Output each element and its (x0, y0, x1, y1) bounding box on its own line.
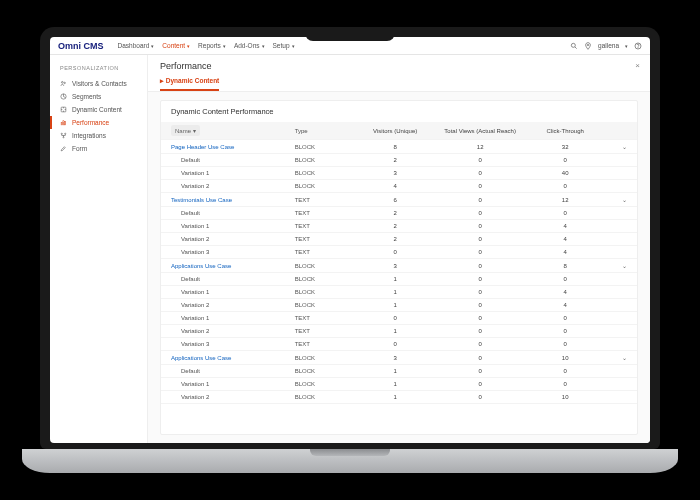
svg-point-6 (64, 82, 65, 83)
table-row: Variation 2TEXT204 (161, 233, 637, 246)
laptop-base (22, 449, 678, 473)
row-views: 0 (434, 210, 527, 216)
column-views[interactable]: Total Views (Actual Reach) (434, 128, 527, 134)
table-row: Variation 3TEXT000 (161, 338, 637, 351)
row-name[interactable]: Applications Use Case (171, 355, 295, 361)
row-views: 0 (434, 170, 527, 176)
column-name-sort[interactable]: Name ▾ (171, 125, 200, 136)
table-row: Variation 2TEXT100 (161, 325, 637, 338)
row-visitors: 6 (356, 197, 433, 203)
row-visitors: 3 (356, 263, 433, 269)
row-views: 0 (434, 394, 527, 400)
nav-item-setup[interactable]: Setup▾ (273, 42, 295, 49)
segments-icon (60, 93, 67, 100)
chevron-down-icon: ▾ (262, 43, 265, 49)
row-type: BLOCK (295, 355, 357, 361)
row-ct: 0 (527, 315, 604, 321)
svg-line-1 (575, 47, 577, 49)
row-type: TEXT (295, 223, 357, 229)
row-type: BLOCK (295, 368, 357, 374)
sidebar-item-visitors-contacts[interactable]: Visitors & Contacts (50, 77, 147, 90)
row-visitors: 0 (356, 315, 433, 321)
search-icon[interactable] (570, 42, 578, 50)
nav-item-reports[interactable]: Reports▾ (198, 42, 226, 49)
tab-dynamic-content[interactable]: ▸ Dynamic Content (160, 75, 219, 91)
row-type: BLOCK (295, 394, 357, 400)
row-name: Variation 2 (171, 183, 295, 189)
column-type[interactable]: Type (295, 128, 357, 134)
table-row: Variation 1BLOCK100 (161, 378, 637, 391)
row-name[interactable]: Testimonials Use Case (171, 197, 295, 203)
row-type: BLOCK (295, 381, 357, 387)
row-visitors: 4 (356, 183, 433, 189)
column-visitors[interactable]: Visitors (Unique) (356, 128, 433, 134)
table-row: Applications Use CaseBLOCK308⌄ (161, 259, 637, 273)
table-row: Testimonials Use CaseTEXT6012⌄ (161, 193, 637, 207)
expand-toggle[interactable]: ⌄ (604, 143, 627, 150)
sidebar-item-segments[interactable]: Segments (50, 90, 147, 103)
row-views: 0 (434, 355, 527, 361)
expand-toggle[interactable]: ⌄ (604, 196, 627, 203)
row-views: 0 (434, 315, 527, 321)
svg-point-2 (587, 44, 588, 45)
row-visitors: 2 (356, 223, 433, 229)
nav-item-add-ons[interactable]: Add-Ons▾ (234, 42, 265, 49)
row-name: Default (171, 276, 295, 282)
sidebar-item-performance[interactable]: Performance (50, 116, 147, 129)
row-type: BLOCK (295, 183, 357, 189)
user-label[interactable]: gallena (598, 42, 619, 49)
close-icon[interactable]: × (635, 61, 640, 70)
nav-item-dashboard[interactable]: Dashboard▾ (118, 42, 155, 49)
sidebar-item-dynamic-content[interactable]: Dynamic Content (50, 103, 147, 116)
sidebar-heading: PERSONALIZATION (50, 63, 147, 77)
expand-toggle[interactable]: ⌄ (604, 354, 627, 361)
location-icon[interactable] (584, 42, 592, 50)
help-icon[interactable] (634, 42, 642, 50)
row-ct: 10 (527, 394, 604, 400)
svg-point-12 (61, 133, 62, 134)
nav-item-content[interactable]: Content▾ (162, 42, 190, 49)
row-ct: 0 (527, 368, 604, 374)
row-visitors: 1 (356, 381, 433, 387)
row-ct: 12 (527, 197, 604, 203)
expand-toggle[interactable]: ⌄ (604, 262, 627, 269)
row-views: 0 (434, 236, 527, 242)
row-visitors: 2 (356, 157, 433, 163)
table-row: Variation 3TEXT004 (161, 246, 637, 259)
row-name: Variation 1 (171, 223, 295, 229)
row-type: BLOCK (295, 289, 357, 295)
performance-table: Name ▾ Type Visitors (Unique) Total View… (161, 122, 637, 434)
svg-rect-10 (63, 121, 64, 125)
row-visitors: 1 (356, 289, 433, 295)
row-type: BLOCK (295, 302, 357, 308)
row-ct: 4 (527, 289, 604, 295)
row-visitors: 3 (356, 170, 433, 176)
row-name[interactable]: Applications Use Case (171, 263, 295, 269)
table-row: Variation 2BLOCK400 (161, 180, 637, 193)
row-type: TEXT (295, 210, 357, 216)
table-row: Variation 1BLOCK104 (161, 286, 637, 299)
row-views: 0 (434, 263, 527, 269)
row-visitors: 1 (356, 276, 433, 282)
svg-point-13 (65, 133, 66, 134)
row-name: Variation 2 (171, 302, 295, 308)
row-visitors: 2 (356, 236, 433, 242)
sidebar-item-label: Performance (72, 119, 109, 126)
svg-rect-11 (65, 122, 66, 125)
sidebar: PERSONALIZATION Visitors & ContactsSegme… (50, 55, 148, 443)
column-ct[interactable]: Click-Through (527, 128, 604, 134)
sidebar-item-form[interactable]: Form (50, 142, 147, 155)
table-row: Applications Use CaseBLOCK3010⌄ (161, 351, 637, 365)
table-row: DefaultBLOCK100 (161, 273, 637, 286)
sidebar-item-integrations[interactable]: Integrations (50, 129, 147, 142)
svg-point-5 (61, 81, 63, 83)
row-ct: 0 (527, 328, 604, 334)
row-name: Variation 1 (171, 381, 295, 387)
row-type: TEXT (295, 236, 357, 242)
row-name: Default (171, 368, 295, 374)
row-type: TEXT (295, 341, 357, 347)
row-ct: 0 (527, 210, 604, 216)
row-ct: 32 (527, 144, 604, 150)
svg-point-14 (63, 137, 64, 138)
row-name[interactable]: Page Header Use Case (171, 144, 295, 150)
